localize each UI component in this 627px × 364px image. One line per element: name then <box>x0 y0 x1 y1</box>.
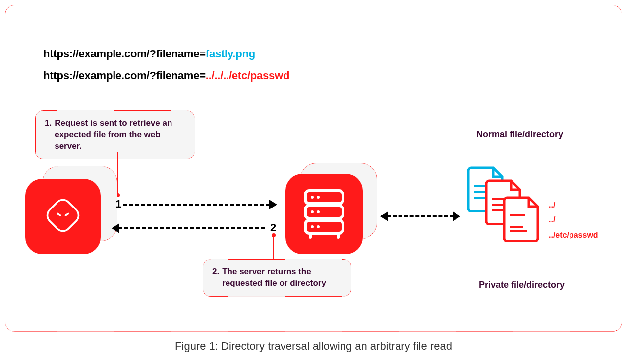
svg-point-9 <box>317 225 320 228</box>
arrow-filesystem <box>381 215 459 217</box>
path-segment: ../etc/passwd <box>549 228 598 243</box>
svg-point-8 <box>311 225 314 228</box>
server-icon <box>299 186 349 242</box>
svg-point-5 <box>317 196 320 199</box>
attacker-icon <box>41 193 85 240</box>
url-prefix: https://example.com/?filename= <box>43 48 206 60</box>
label-private-file: Private file/directory <box>479 280 565 290</box>
diagram-frame: https://example.com/?filename=fastly.png… <box>5 5 622 332</box>
svg-point-6 <box>311 210 314 213</box>
url-line-normal: https://example.com/?filename=fastly.png <box>43 48 289 60</box>
attacker-node <box>25 179 101 254</box>
callout-text: The server returns the requested file or… <box>222 266 342 289</box>
figure-caption: Figure 1: Directory traversal allowing a… <box>0 340 627 353</box>
connector-line-2 <box>273 235 274 260</box>
file-traversal-2 <box>502 196 542 242</box>
url-examples: https://example.com/?filename=fastly.png… <box>43 48 289 91</box>
arrow-request <box>123 204 276 206</box>
url-param-attack: ../../../etc/passwd <box>206 69 289 82</box>
step-number-1: 1 <box>115 198 121 210</box>
path-segment: ../ <box>549 198 598 212</box>
callout-step-1: 1. Request is sent to retrieve an expect… <box>35 110 195 159</box>
arrow-response <box>113 227 265 229</box>
callout-number: 2. <box>212 266 219 289</box>
url-line-attack: https://example.com/?filename=../../../e… <box>43 69 289 82</box>
svg-rect-0 <box>44 197 82 234</box>
callout-step-2: 2. The server returns the requested file… <box>203 259 351 297</box>
callout-text: Request is sent to retrieve an expected … <box>55 118 185 152</box>
document-icon <box>502 235 542 244</box>
url-prefix: https://example.com/?filename= <box>43 69 206 82</box>
server-node <box>285 174 363 254</box>
label-normal-file: Normal file/directory <box>476 129 563 140</box>
path-segment: ../ <box>549 212 598 227</box>
svg-point-4 <box>311 196 314 199</box>
step-number-2: 2 <box>270 221 276 234</box>
url-param-normal: fastly.png <box>206 48 255 60</box>
svg-point-7 <box>317 210 320 213</box>
file-path-labels: ../ ../ ../etc/passwd <box>549 198 598 243</box>
connector-line-1 <box>117 152 118 195</box>
callout-number: 1. <box>45 118 52 152</box>
